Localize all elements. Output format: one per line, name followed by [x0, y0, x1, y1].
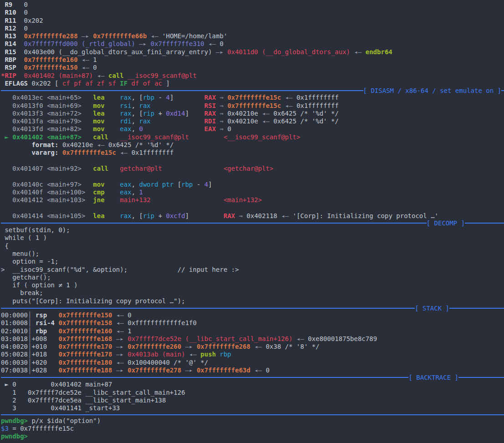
disasm-panel: 0x4013ec <main+65> lea rax, [rbp - 4] RA…	[1, 94, 504, 220]
divider-rule	[1, 377, 408, 378]
stack-header-label: [ STACK ]	[415, 305, 449, 311]
terminal-line: 1 0x7ffff7dce52e __libc_start_call_main+…	[1, 389, 504, 397]
terminal-line: getchar();	[1, 274, 504, 281]
terminal-line: {	[1, 242, 504, 250]
terminal-line: 03:0018│+008 0x7fffffffe168 —▸ 0x7ffff7d…	[1, 335, 504, 343]
terminal-line: > __isoc99_scanf("%d", &option); // inpu…	[1, 266, 504, 274]
terminal-line: format: 0x40210e ◂— 0x6425 /* '%d' */	[1, 141, 504, 149]
terminal-line	[1, 173, 504, 180]
terminal-line: while ( 1 )	[1, 234, 504, 242]
terminal-line: R13 0x7fffffffe288 —▸ 0x7fffffffe66b ◂— …	[1, 32, 504, 40]
prompt-divider	[1, 412, 504, 417]
stack-divider: [ STACK ]	[1, 305, 504, 311]
decomp-header-label: [ DECOMP ]	[427, 220, 465, 226]
terminal-line: 02:0010│ rbp 0x7fffffffe160 ◂— 1	[1, 327, 504, 335]
terminal-line: R14 0x7ffff7ffd000 (_rtld_global) —▸ 0x7…	[1, 40, 504, 48]
terminal-line	[1, 157, 504, 165]
terminal-line: if ( option ≠ 1 )	[1, 281, 504, 289]
terminal-line: option = -1;	[1, 258, 504, 265]
terminal-line: 06:0030│+020 0x7fffffffe180 ◂— 0x1004000…	[1, 359, 504, 367]
disasm-header-label: [ DISASM / x86-64 / set emulate on ]	[363, 87, 501, 94]
terminal-line: 3 0x401141 _start+33	[1, 404, 504, 412]
terminal-line: 04:0020│+010 0x7fffffffe170 —▸ 0x7ffffff…	[1, 343, 504, 351]
terminal-line: 0x4013fd <main+82> mov eax, 0 EAX ⇒ 0	[1, 125, 504, 133]
terminal-line: R9 0	[1, 1, 504, 9]
terminal-line: vararg: 0x7fffffffe15c ◂— 0x1ffffffff	[1, 149, 504, 157]
terminal-line: pwndbg> p/x $ida("option")	[1, 417, 504, 425]
terminal-line: puts("[Corp]: Initializing copy protocol…	[1, 297, 504, 305]
terminal-line: 0x401414 <main+105> lea rax, [rip + 0xcf…	[1, 212, 504, 220]
divider-rule	[1, 308, 415, 309]
terminal-line: 0x401407 <main+92> call getchar@plt <get…	[1, 165, 504, 173]
terminal-line: 2 0x7ffff7dce5ea __libc_start_main+138	[1, 397, 504, 404]
terminal-line: *RIP 0x401402 (main+87) ◂— call __isoc99…	[1, 72, 504, 80]
terminal-line: pwndbg>	[1, 433, 504, 440]
divider-rule	[1, 414, 504, 415]
terminal-line: 0x401412 <main+103> jne main+132 <main+1…	[1, 196, 504, 204]
terminal-line: 00:0000│ rsp 0x7fffffffe150 ◂— 0	[1, 311, 504, 319]
backtrace-panel: ► 0 0x401402 main+87 1 0x7ffff7dce52e __…	[1, 381, 504, 412]
divider-rule	[449, 308, 504, 309]
backtrace-divider: [ BACKTRACE ]	[1, 374, 504, 381]
terminal-line: R15 0x403e00 (__do_global_dtors_aux_fini…	[1, 48, 504, 56]
terminal-line: $3 = 0x7fffffffe15c	[1, 425, 504, 433]
terminal-line: 0x4013f0 <main+69> mov rsi, rax RSI ⇒ 0x…	[1, 102, 504, 110]
terminal-line	[1, 204, 504, 212]
terminal-line: 0x4013ec <main+65> lea rax, [rbp - 4] RA…	[1, 94, 504, 102]
terminal-line: 01:0008│ rsi-4 0x7fffffffe158 ◂— 0xfffff…	[1, 319, 504, 327]
terminal-line: 0x40140f <main+100> cmp eax, 1	[1, 188, 504, 196]
terminal-line: break;	[1, 289, 504, 297]
divider-rule	[458, 377, 504, 378]
divider-rule	[465, 223, 504, 224]
terminal-line: RBP 0x7fffffffe160 ◂— 1	[1, 56, 504, 64]
stack-panel: 00:0000│ rsp 0x7fffffffe150 ◂— 001:0008│…	[1, 311, 504, 374]
decomp-divider: [ DECOMP ]	[1, 220, 504, 226]
terminal-line: R11 0x202	[1, 17, 504, 25]
decomp-panel: setbuf(stdin, 0); while ( 1 ) { menu(); …	[1, 226, 504, 305]
divider-rule	[1, 223, 427, 224]
divider-rule	[501, 90, 504, 91]
terminal-line: RSP 0x7fffffffe150 ◂— 0	[1, 64, 504, 71]
terminal-line: 05:0028│+018 0x7fffffffe178 —▸ 0x4013ab …	[1, 351, 504, 358]
terminal-line: 07:0038│+028 0x7fffffffe188 —▸ 0x7ffffff…	[1, 367, 504, 374]
pwndbg-terminal[interactable]: R9 0 R10 0 R11 0x202 R12 0 R13 0x7ffffff…	[0, 0, 504, 443]
terminal-line: menu();	[1, 250, 504, 258]
terminal-line: 0x40140c <main+97> mov eax, dword ptr [r…	[1, 181, 504, 188]
command-prompt-panel[interactable]: pwndbg> p/x $ida("option")$3 = 0x7ffffff…	[1, 417, 504, 441]
terminal-line: 0x4013f3 <main+72> lea rax, [rip + 0xd14…	[1, 110, 504, 117]
registers-panel: R9 0 R10 0 R11 0x202 R12 0 R13 0x7ffffff…	[1, 1, 504, 87]
backtrace-header-label: [ BACKTRACE ]	[408, 374, 458, 381]
terminal-line: ► 0 0x401402 main+87	[1, 381, 504, 388]
terminal-line: R12 0	[1, 25, 504, 32]
terminal-line: setbuf(stdin, 0);	[1, 226, 504, 234]
terminal-line: R10 0	[1, 9, 504, 16]
disasm-divider: [ DISASM / x86-64 / set emulate on ]	[1, 87, 504, 94]
terminal-line: 0x4013fa <main+79> mov rdi, rax RDI ⇒ 0x…	[1, 117, 504, 125]
divider-rule	[1, 90, 363, 91]
terminal-line: ► 0x401402 <main+87> call __isoc99_scanf…	[1, 133, 504, 141]
terminal-line: EFLAGS 0x202 [ cf pf af zf sf IF df of a…	[1, 80, 504, 87]
